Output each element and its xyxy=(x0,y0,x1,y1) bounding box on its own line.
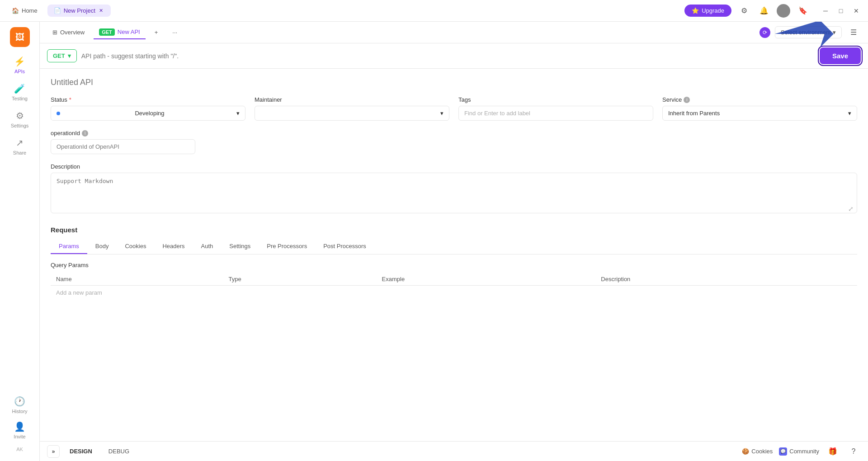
status-label: Status * xyxy=(51,96,245,103)
request-section-label: Request xyxy=(51,226,857,234)
sidebar: 🖼 ⚡ APIs 🧪 Testing ⚙ Settings ↗ Share 🕐 … xyxy=(0,22,40,461)
app-logo[interactable]: 🖼 xyxy=(10,27,30,47)
window-controls: ─ □ ✕ xyxy=(819,5,863,17)
settings-icon[interactable]: ⚙ xyxy=(737,4,751,18)
service-value: Inherit from Parents xyxy=(668,110,720,117)
status-dropdown[interactable]: Developing ▾ xyxy=(51,106,245,121)
form-area: Status * Developing ▾ Maintainer xyxy=(40,69,868,441)
maintainer-dropdown[interactable]: ▾ xyxy=(255,106,449,121)
method-dropdown[interactable]: GET ▾ xyxy=(47,49,77,62)
home-tab-label: Home xyxy=(22,7,38,14)
url-input[interactable] xyxy=(81,52,815,60)
tab-post-processors[interactable]: Post Processors xyxy=(315,239,374,254)
add-param-cell[interactable]: Add a new param xyxy=(51,286,857,300)
params-table: Name Type Example Description Add a new … xyxy=(51,273,857,300)
tab-params[interactable]: Params xyxy=(51,239,87,254)
save-button[interactable]: Save xyxy=(820,47,861,64)
avatar[interactable] xyxy=(777,4,790,18)
settings-sidebar-icon: ⚙ xyxy=(16,110,24,121)
debug-tab[interactable]: DEBUG xyxy=(102,446,136,457)
operation-id-row: operationId i xyxy=(51,130,857,154)
url-bar: GET ▾ Save xyxy=(40,43,868,69)
cookies-label: Cookies xyxy=(751,448,773,455)
overview-tab[interactable]: ⊞ Overview xyxy=(47,26,90,38)
sidebar-item-settings-label: Settings xyxy=(11,123,29,128)
sidebar-item-apis-label: APIs xyxy=(14,69,25,74)
env-icon: ⟳ xyxy=(760,27,770,38)
sidebar-item-history[interactable]: 🕐 History xyxy=(0,392,39,418)
bottom-bar: » DESIGN DEBUG 🍪 Cookies 💬 Community 🎁 ? xyxy=(40,441,868,461)
add-tab-button[interactable]: + xyxy=(149,26,164,38)
bell-icon[interactable]: 🔔 xyxy=(757,4,771,18)
sidebar-item-settings[interactable]: ⚙ Settings xyxy=(0,107,39,132)
gift-icon[interactable]: 🎁 xyxy=(826,444,840,459)
logo-icon: 🖼 xyxy=(15,32,24,42)
titlebar-right: ⭐ Upgrade ⚙ 🔔 🔖 ─ □ ✕ xyxy=(684,4,863,18)
description-label: Description xyxy=(51,163,857,170)
collapse-button[interactable]: » xyxy=(47,445,60,458)
help-icon[interactable]: ? xyxy=(846,444,861,459)
method-chevron-icon: ▾ xyxy=(68,52,71,59)
sidebar-item-bottom-logo[interactable]: AK xyxy=(0,443,39,456)
operation-id-input[interactable] xyxy=(51,139,195,154)
tab-settings[interactable]: Settings xyxy=(221,239,259,254)
expand-icon[interactable]: ⤢ xyxy=(848,205,854,212)
sidebar-item-apis[interactable]: ⚡ APIs xyxy=(0,52,39,78)
bookmark-icon[interactable]: 🔖 xyxy=(796,4,810,18)
add-param-row[interactable]: Add a new param xyxy=(51,286,857,300)
operation-info-icon: i xyxy=(82,130,88,136)
description-section: Description ⤢ xyxy=(51,163,857,215)
tab-pre-processors[interactable]: Pre Processors xyxy=(259,239,315,254)
service-dropdown[interactable]: Inherit from Parents ▾ xyxy=(662,106,857,121)
titlebar: 🏠 Home 📄 New Project ✕ ⭐ Upgrade ⚙ 🔔 🔖 ─… xyxy=(0,0,868,22)
api-title-input[interactable] xyxy=(51,78,857,87)
more-tabs-button[interactable]: ··· xyxy=(167,26,183,38)
community-link[interactable]: 💬 Community xyxy=(779,447,819,456)
operation-id-label: operationId i xyxy=(51,130,857,136)
hamburger-menu-icon[interactable]: ☰ xyxy=(846,25,861,40)
request-tabs: Params Body Cookies Headers Auth xyxy=(51,239,857,254)
invite-icon: 👤 xyxy=(14,421,25,432)
maintainer-label: Maintainer xyxy=(255,96,449,103)
new-project-tab[interactable]: 📄 New Project ✕ xyxy=(47,5,111,17)
design-tab[interactable]: DESIGN xyxy=(63,446,99,457)
close-button[interactable]: ✕ xyxy=(850,5,863,17)
col-description: Description xyxy=(595,273,857,286)
col-example: Example xyxy=(377,273,596,286)
upgrade-button[interactable]: ⭐ Upgrade xyxy=(684,5,731,17)
status-value: Developing xyxy=(135,110,164,117)
home-icon: 🏠 xyxy=(12,7,19,14)
minimize-button[interactable]: ─ xyxy=(819,5,832,17)
fields-row: Status * Developing ▾ Maintainer xyxy=(51,96,857,121)
sidebar-item-invite[interactable]: 👤 Invite xyxy=(0,418,39,443)
sidebar-item-history-label: History xyxy=(12,409,27,414)
sidebar-item-testing[interactable]: 🧪 Testing xyxy=(0,80,39,105)
tab-cookies[interactable]: Cookies xyxy=(117,239,154,254)
description-input[interactable] xyxy=(51,173,857,213)
tags-label: Tags xyxy=(458,96,653,103)
close-tab-icon[interactable]: ✕ xyxy=(98,8,104,14)
col-type: Type xyxy=(223,273,376,286)
history-icon: 🕐 xyxy=(14,396,25,407)
tab-headers[interactable]: Headers xyxy=(154,239,193,254)
environment-select[interactable]: Select environment ▾ xyxy=(775,26,842,38)
cookies-link[interactable]: 🍪 Cookies xyxy=(742,448,773,455)
maximize-button[interactable]: □ xyxy=(835,5,847,17)
request-section: Request Params Body Cookies Headers xyxy=(51,226,857,300)
api-tabbar-right: ⟳ Select environment ▾ ☰ xyxy=(760,25,861,40)
sidebar-item-share[interactable]: ↗ Share xyxy=(0,134,39,159)
new-api-tab[interactable]: GET New API xyxy=(94,26,145,39)
api-name-label: New API xyxy=(118,28,140,35)
tab-auth[interactable]: Auth xyxy=(193,239,222,254)
sidebar-bottom: 🕐 History 👤 Invite AK xyxy=(0,392,39,456)
tags-input[interactable]: Find or Enter to add label xyxy=(458,106,653,121)
status-chevron-icon: ▾ xyxy=(236,110,240,117)
home-tab[interactable]: 🏠 Home xyxy=(5,5,44,17)
status-dot xyxy=(57,110,63,117)
tab-body[interactable]: Body xyxy=(87,239,117,254)
cookies-icon: 🍪 xyxy=(742,448,749,455)
apis-icon: ⚡ xyxy=(14,56,25,67)
community-icon: 💬 xyxy=(779,447,787,456)
method-label: GET xyxy=(53,52,65,59)
save-section: Save xyxy=(820,47,861,64)
